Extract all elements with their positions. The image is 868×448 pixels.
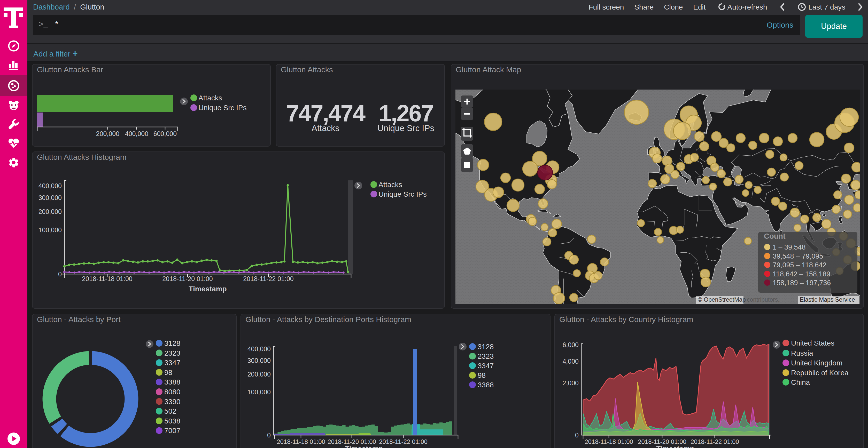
svg-text:0: 0 [267, 432, 271, 439]
svg-text:2018-11-22 01:00: 2018-11-22 01:00 [690, 438, 739, 445]
svg-text:2018-11-20 01:00: 2018-11-20 01:00 [638, 438, 686, 445]
svg-text:3388: 3388 [164, 378, 180, 386]
svg-text:200,000: 200,000 [96, 130, 119, 137]
svg-text:2018-11-22 01:00: 2018-11-22 01:00 [379, 438, 428, 445]
svg-text:3128: 3128 [478, 343, 494, 351]
svg-text:2018-11-18 01:00: 2018-11-18 01:00 [277, 438, 325, 445]
svg-text:United Kingdom: United Kingdom [791, 359, 842, 367]
svg-text:Elastic Maps Service: Elastic Maps Service [800, 296, 855, 303]
svg-text:2,000: 2,000 [562, 379, 579, 387]
svg-text:98: 98 [164, 369, 172, 377]
svg-text:Russia: Russia [791, 349, 813, 357]
svg-text:8080: 8080 [164, 388, 180, 396]
svg-text:502: 502 [164, 407, 177, 415]
svg-text:2018-11-20 01:00: 2018-11-20 01:00 [162, 275, 213, 282]
svg-text:Attacks: Attacks [378, 181, 402, 188]
svg-text:Unique Src IPs: Unique Src IPs [198, 104, 247, 112]
svg-text:158,189 – 197,736: 158,189 – 197,736 [773, 279, 831, 287]
svg-text:3128: 3128 [164, 339, 180, 347]
svg-text:China: China [791, 378, 810, 386]
svg-text:0: 0 [58, 271, 62, 278]
svg-text:100,000: 100,000 [247, 388, 271, 395]
svg-text:39,548 – 79,095: 39,548 – 79,095 [773, 252, 823, 260]
svg-text:600,000: 600,000 [153, 130, 177, 137]
svg-text:300,000: 300,000 [38, 194, 62, 201]
svg-text:3347: 3347 [164, 359, 180, 367]
svg-text:© OpenStreetMap: © OpenStreetMap [698, 296, 746, 303]
svg-text:3390: 3390 [164, 398, 180, 406]
svg-text:5038: 5038 [164, 417, 180, 425]
svg-text:7007: 7007 [164, 426, 180, 435]
svg-text:79,095 – 118,642: 79,095 – 118,642 [773, 261, 827, 269]
svg-text:3347: 3347 [478, 362, 494, 370]
svg-text:Unique Src IPs: Unique Src IPs [378, 190, 427, 198]
svg-text:United States: United States [791, 339, 834, 347]
svg-text:400,000: 400,000 [125, 130, 148, 137]
svg-text:400,000: 400,000 [38, 182, 62, 189]
svg-text:Attacks: Attacks [198, 94, 222, 102]
svg-text:118,642 – 158,189: 118,642 – 158,189 [773, 270, 830, 278]
svg-text:3388: 3388 [478, 381, 494, 389]
svg-text:contributors,: contributors, [747, 296, 780, 303]
svg-text:2323: 2323 [478, 352, 494, 360]
svg-text:98: 98 [478, 371, 486, 379]
svg-text:6,000: 6,000 [562, 341, 579, 348]
svg-text:Republic of Korea: Republic of Korea [791, 369, 848, 377]
svg-text:2018-11-18 01:00: 2018-11-18 01:00 [585, 438, 633, 445]
svg-text:2323: 2323 [164, 349, 180, 357]
svg-text:1 – 39,548: 1 – 39,548 [773, 243, 806, 251]
svg-text:2018-11-18 01:00: 2018-11-18 01:00 [82, 275, 132, 282]
svg-text:300,000: 300,000 [247, 357, 271, 364]
svg-text:400,000: 400,000 [247, 345, 271, 352]
svg-text:0: 0 [575, 432, 579, 439]
svg-text:Count: Count [764, 232, 785, 240]
svg-text:200,000: 200,000 [247, 371, 271, 378]
svg-text:200,000: 200,000 [38, 208, 62, 215]
svg-text:2018-11-22 01:00: 2018-11-22 01:00 [243, 275, 294, 282]
svg-text:4,000: 4,000 [562, 358, 579, 365]
svg-text:Timestamp: Timestamp [189, 285, 226, 293]
svg-text:2018-11-20 01:00: 2018-11-20 01:00 [328, 438, 376, 445]
svg-text:100,000: 100,000 [38, 226, 62, 234]
